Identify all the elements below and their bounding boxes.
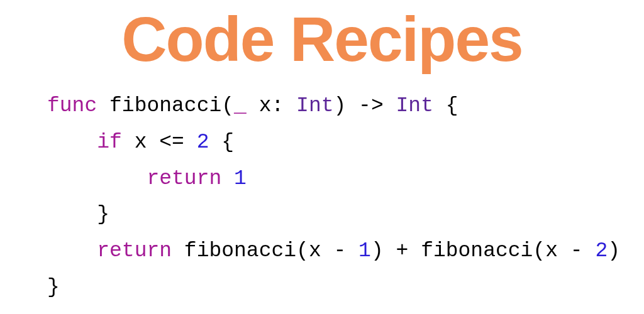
code-line-2: if x <= 2 { <box>47 131 234 154</box>
code-line-4: } <box>47 203 109 226</box>
code-text: } <box>97 203 109 226</box>
number-literal: 2 <box>595 239 608 263</box>
code-line-6: } <box>47 276 60 299</box>
keyword-func: func <box>47 94 97 117</box>
code-text: } <box>47 276 60 299</box>
keyword-return: return <box>147 167 221 190</box>
keyword-return: return <box>97 239 172 263</box>
code-text: x <= <box>122 131 197 154</box>
code-line-5: return fibonacci(x - 1) + fibonacci(x - … <box>47 239 620 263</box>
code-text: fibonacci(x - <box>172 239 358 263</box>
code-text: { <box>209 131 234 154</box>
type-int: Int <box>296 94 333 117</box>
code-text: { <box>433 94 458 117</box>
code-block: func fibonacci(_ x: Int) -> Int { if x <… <box>0 88 644 306</box>
page-title: Code Recipes <box>0 3 644 75</box>
code-indent <box>47 167 147 190</box>
code-indent <box>47 203 97 226</box>
code-text: ) -> <box>334 94 396 117</box>
code-text: x: <box>247 94 296 117</box>
code-indent <box>47 239 97 263</box>
code-line-1: func fibonacci(_ x: Int) -> Int { <box>47 94 458 117</box>
keyword-if: if <box>97 131 122 154</box>
code-text: fibonacci( <box>97 94 234 117</box>
code-text: ) + fibonacci(x - <box>371 239 595 263</box>
type-int: Int <box>396 94 433 117</box>
code-line-3: return 1 <box>47 167 247 190</box>
keyword-underscore: _ <box>234 94 247 117</box>
code-indent <box>47 131 97 154</box>
code-text <box>221 167 234 190</box>
number-literal: 1 <box>234 167 247 190</box>
number-literal: 2 <box>197 131 209 154</box>
code-text: ) <box>608 239 620 263</box>
number-literal: 1 <box>358 239 371 263</box>
